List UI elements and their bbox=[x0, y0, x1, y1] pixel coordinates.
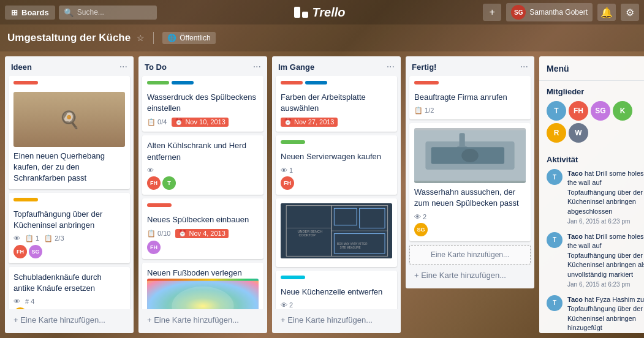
activity-list: T Taco hat Drill some holes in the wall … bbox=[547, 169, 644, 333]
activity-body-2: Taco hat Drill some holes in the wall au… bbox=[567, 233, 644, 278]
card-title: Topfaufhängung über der Kücheninsel anbr… bbox=[13, 209, 125, 231]
add-button[interactable]: + bbox=[483, 4, 501, 21]
label-orange bbox=[13, 198, 38, 201]
list-header-ideen: Ideen ··· bbox=[5, 56, 134, 76]
card-meta: 👁 2 bbox=[414, 213, 526, 220]
activity-avatar-2: T bbox=[547, 232, 563, 248]
member-taco[interactable]: T bbox=[547, 101, 566, 121]
boards-button[interactable]: ⊞ Boards bbox=[5, 6, 55, 20]
badge-eye: 👁 bbox=[13, 235, 20, 242]
logo-icon bbox=[294, 7, 308, 18]
badge-checklist: 📋 1/2 bbox=[414, 107, 434, 115]
activity-avatar-3: T bbox=[547, 295, 563, 311]
badge-eye: 👁 2 bbox=[414, 213, 426, 220]
card-members: SG bbox=[414, 223, 526, 236]
card-firma-anrufen[interactable]: Beauftragte Firma anrufen 📋 1/2 bbox=[409, 76, 531, 119]
list-fertig: Fertig! ··· Beauftragte Firma anrufen 📋 … bbox=[406, 56, 534, 288]
card-farben-arbeitsplatte[interactable]: Farben der Arbeitsplatte auswählen ⏰ Nov… bbox=[276, 76, 397, 132]
notification-button[interactable]: 🔔 bbox=[597, 4, 616, 21]
list-cards-fertig: Beauftragte Firma anrufen 📋 1/2 bbox=[406, 76, 534, 265]
list-header-fertig: Fertig! ··· bbox=[406, 56, 534, 76]
card-members: FH T bbox=[147, 176, 259, 190]
card-meta: 👁 📋 1 📋 2/3 bbox=[13, 235, 125, 242]
list-menu-button-ideen[interactable]: ··· bbox=[119, 61, 127, 72]
settings-button[interactable]: ⚙ bbox=[621, 4, 639, 21]
panel-activity-section: Aktivität T Taco hat Drill some holes in… bbox=[539, 149, 644, 333]
search-bar[interactable]: 🔍 bbox=[59, 6, 157, 20]
add-card-ideen[interactable]: + Eine Karte hinzufügen... bbox=[9, 312, 130, 328]
label-red bbox=[13, 81, 38, 85]
visibility-button[interactable]: 🌐 Öffentlich bbox=[162, 32, 215, 44]
label-blue bbox=[305, 81, 327, 85]
card-labels bbox=[147, 203, 259, 211]
star-icon[interactable]: ☆ bbox=[137, 33, 145, 43]
badge-date-warning: ⏰ Nov 10, 2013 bbox=[172, 118, 229, 127]
list-cards-ingang: Farben der Arbeitsplatte auswählen ⏰ Nov… bbox=[272, 76, 401, 309]
list-menu-button-ingang[interactable]: ··· bbox=[387, 61, 395, 72]
badge-checklist: 📋 1 bbox=[25, 235, 39, 242]
blueprint-svg: UNDER BENCH COOKTOP BOX MAY VARY AFTER S… bbox=[281, 203, 392, 258]
member-r[interactable]: R bbox=[547, 123, 566, 143]
card-kuehlschrank[interactable]: Alten Kühlschrank und Herd entfernen 👁 F… bbox=[142, 135, 263, 194]
card-wasserhahn[interactable]: Wasserhahn aussuchen, der zum neuen Spül… bbox=[409, 123, 531, 241]
list-menu-button-todo[interactable]: ··· bbox=[253, 61, 261, 72]
member-w[interactable]: W bbox=[569, 123, 588, 143]
activity-item-3: T Taco hat Fyza Hashim zu Topfaufhängung… bbox=[547, 295, 644, 333]
panel-header: Menü ✕ bbox=[539, 56, 644, 81]
member-fh[interactable]: FH bbox=[569, 101, 588, 121]
list-ideen: Ideen ··· 🍳 Einen neuen Querhebang kaufe… bbox=[5, 56, 134, 333]
member-avatar-sg: SG bbox=[414, 223, 428, 236]
label-green bbox=[147, 81, 169, 85]
activity-item-1: T Taco hat Drill some holes in the wall … bbox=[547, 169, 644, 226]
activity-time-1: Jan 6, 2015 at 6:23 pm bbox=[567, 217, 644, 226]
add-card-ingang[interactable]: + Eine Karte hinzufügen... bbox=[276, 312, 397, 328]
card-image-colors bbox=[147, 279, 259, 309]
card-schubladenknaeufe[interactable]: Schubladenknäufe durch antike Knäufe ers… bbox=[9, 267, 130, 309]
add-card-todo[interactable]: + Eine Karte hinzufügen... bbox=[142, 312, 263, 328]
member-avatar-sg: SG bbox=[13, 307, 27, 309]
badge-checklist: 📋 0/10 bbox=[147, 230, 170, 238]
members-grid: T FH SG K R W bbox=[547, 101, 644, 143]
card-labels bbox=[281, 81, 392, 88]
grid-icon: ⊞ bbox=[11, 8, 18, 17]
card-blueprint[interactable]: UNDER BENCH COOKTOP BOX MAY VARY AFTER S… bbox=[276, 198, 397, 267]
member-avatar-fh: FH bbox=[13, 245, 27, 258]
visibility-label: Öffentlich bbox=[180, 34, 210, 42]
card-fussboden[interactable]: Neuen Fußboden verlegen bbox=[142, 263, 263, 309]
board-area: Ideen ··· 🍳 Einen neuen Querhebang kaufe… bbox=[0, 51, 644, 338]
card-servierwagen[interactable]: Neuen Servierwagen kaufen 👁 1 FH bbox=[276, 135, 397, 194]
badge-eye: 👁 bbox=[147, 167, 154, 174]
member-avatar-fh: FH bbox=[281, 176, 294, 190]
list-title-fertig: Fertig! bbox=[412, 62, 436, 72]
card-title: Neues Spülbecken einbauen bbox=[147, 214, 259, 225]
card-placeholder[interactable]: Eine Karte hinzufügen... bbox=[409, 245, 531, 265]
user-avatar: SG bbox=[511, 5, 526, 20]
member-avatar-sg: SG bbox=[29, 245, 42, 258]
card-spuelbecken[interactable]: Neues Spülbecken einbauen 📋 0/10 ⏰ Nov 4… bbox=[142, 198, 263, 259]
card-querhebang[interactable]: 🍳 Einen neuen Querhebang kaufen, der zu … bbox=[9, 76, 130, 189]
card-kuechenzeile[interactable]: Neue Küchenzeile entwerfen 👁 2 bbox=[276, 271, 397, 309]
card-title: Farben der Arbeitsplatte auswählen bbox=[281, 92, 392, 114]
card-wasserdruck[interactable]: Wasserdruck des Spülbeckens einstellen 📋… bbox=[142, 76, 263, 132]
list-menu-button-fertig[interactable]: ··· bbox=[520, 61, 528, 72]
panel-title: Menü bbox=[547, 64, 569, 73]
card-labels bbox=[147, 81, 259, 88]
svg-text:COOKTOP: COOKTOP bbox=[298, 233, 316, 237]
list-header-todo: To Do ··· bbox=[138, 56, 267, 76]
card-title: Neue Küchenzeile entwerfen bbox=[281, 287, 392, 298]
card-meta: 📋 1/2 bbox=[414, 107, 526, 115]
member-sg-purple[interactable]: SG bbox=[591, 101, 610, 121]
card-image-sink bbox=[414, 128, 526, 183]
activity-body-1: Taco hat Drill some holes in the wall au… bbox=[567, 170, 644, 215]
search-input[interactable] bbox=[77, 8, 151, 17]
card-title: Wasserdruck des Spülbeckens einstellen bbox=[147, 92, 259, 114]
card-meta: 👁 bbox=[147, 167, 259, 174]
add-card-fertig[interactable]: + Eine Karte hinzufügen... bbox=[409, 267, 531, 284]
card-title: Wasserhahn aussuchen, der zum neuen Spül… bbox=[414, 187, 526, 209]
user-menu[interactable]: SG Samantha Gobert bbox=[506, 3, 593, 21]
label-red bbox=[281, 81, 303, 85]
card-topfaufhaengung[interactable]: Topfaufhängung über der Kücheninsel anbr… bbox=[9, 193, 130, 263]
member-k[interactable]: K bbox=[613, 101, 632, 121]
card-title: Beauftragte Firma anrufen bbox=[414, 92, 526, 103]
list-title-ingang: Im Gange bbox=[278, 62, 314, 72]
